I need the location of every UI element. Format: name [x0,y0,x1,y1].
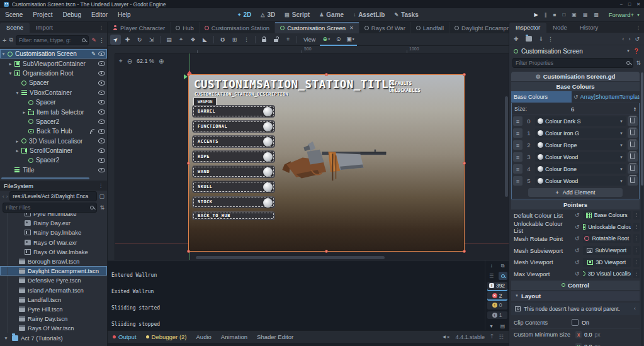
part-button-functional[interactable]: FUNCTIONAL [192,120,275,133]
drag-handle-icon[interactable]: ≡ [513,152,523,162]
pointer-options-icon[interactable]: ⋮ [633,234,640,243]
array-type-button[interactable]: Array[ShopItemTemplate] [580,94,640,100]
part-button-accents[interactable]: ACCENTS [192,135,275,148]
path-bar[interactable]: res://Levels/Act 2/Daylight Enca [9,191,97,201]
tree-node-spacer2c[interactable]: Spacer2 [0,155,107,165]
inspector-scrollbar[interactable] [641,72,643,346]
dock-options-icon[interactable]: ⋮ [96,25,107,33]
2d-viewport[interactable]: 500 1000 CUSTIONIMSATION_STATION_TITLE C… [108,46,509,260]
visibility-eye-icon[interactable] [98,158,105,163]
tree-node-scrollcontainer[interactable]: ScrollContainer [0,146,107,155]
signal-connection-icon[interactable] [89,128,96,134]
workspace-tasks[interactable]: ✎Tasks [394,11,418,18]
revert-icon[interactable]: ↺ [575,235,580,242]
visibility-eye-icon[interactable] [98,120,105,125]
expand-arrow-icon[interactable] [0,52,7,56]
file-filter-field[interactable] [6,204,88,211]
list-select-tool[interactable]: ▤ [164,35,174,45]
rotate-tool[interactable]: ↻ [134,35,145,45]
file-row[interactable]: Rainy Day.tscn [0,314,107,323]
scene-tree-options-icon[interactable]: ⋮ [99,37,105,43]
pin-panel-icon[interactable]: ▾ [487,322,496,330]
script-section-header[interactable]: ⚙ Customisation Screen.gd [511,72,640,81]
view-menu[interactable]: View [300,35,319,45]
part-button-skull[interactable]: SKULL [192,181,275,193]
visibility-eye-icon[interactable] [98,129,105,134]
category-base-colours[interactable]: Base Colours [511,82,640,91]
bottom-tab-animation[interactable]: Animation [221,333,247,340]
file-row[interactable]: Defensive Pyre.tscn [0,276,107,285]
file-row[interactable]: Rays Of War.exr [0,238,107,247]
expand-arrow-icon[interactable] [21,110,28,114]
visibility-eye-icon[interactable] [98,138,105,143]
copy-log-icon[interactable]: ⧉ [499,262,507,270]
drag-handle-icon[interactable]: ≡ [513,164,523,174]
pointer-options-icon[interactable]: ⋮ [633,211,640,220]
maximize-button[interactable]: □ [628,2,631,7]
script-icon[interactable]: ✎ [91,51,96,57]
array-size-value[interactable]: 6 [571,106,574,113]
file-row[interactable]: Pyre Hill.lmbake [0,213,107,218]
skeleton-options-menu[interactable]: ⌗ [283,35,293,45]
expand-arrow-icon[interactable] [14,91,21,95]
zoom-out-button[interactable]: ⊖ [127,58,132,65]
tree-scrollbar[interactable] [1,177,89,179]
resource-options-icon[interactable]: ⋮ [548,36,553,42]
property-filter-field[interactable] [516,60,624,66]
workspace-assetlib[interactable]: ↓AssetLib [353,11,385,18]
back-to-hub-button[interactable]: BACK_TO_HUB [192,211,275,220]
history-forward-icon[interactable]: › [628,36,630,42]
clip-contents-checkbox[interactable] [572,319,579,326]
tree-node-customisation-screen[interactable]: Customisation Screen ✎ [0,49,107,59]
revert-icon[interactable]: ↺ [573,94,579,100]
tab-inspector[interactable]: Inspector [509,23,546,33]
unlockables-button[interactable]: UNLOCKABLES [389,87,421,93]
node-path-button[interactable]: Unlockable Colour [583,223,631,232]
file-row[interactable]: Rainy Day.exr [0,218,107,228]
expand-arrow-icon[interactable] [3,336,9,340]
animation-mark-button[interactable]: ▣▼ [345,34,356,44]
expand-arrow-icon[interactable] [7,62,14,66]
save-log-icon[interactable]: ↓ [487,262,496,270]
array-element-row[interactable]: ≡ 2 Colour Rope▼ [512,139,639,151]
resize-handle[interactable] [187,162,190,165]
scene-tab-rays-of-war[interactable]: Rays Of War [359,22,411,33]
file-row[interactable]: Landfall.tscn [0,295,107,304]
sort-files-icon[interactable]: ⇅ [99,204,105,211]
visibility-eye-icon[interactable] [98,109,105,114]
node-selector-chevron-icon[interactable]: ▼ [626,49,630,53]
category-pointers[interactable]: Pointers [511,200,640,209]
visibility-eye-icon[interactable] [98,100,105,105]
resource-picker[interactable]: Colour Wood▼ [535,152,626,162]
tab-import[interactable]: Import [30,23,59,33]
scale-tool[interactable]: ⇲ [146,35,157,45]
open-docs-icon[interactable]: ❓ [633,48,640,54]
drag-handle-icon[interactable]: ≡ [513,116,523,126]
category-control[interactable]: Control [511,281,640,290]
colour-sphere[interactable] [263,122,273,131]
resize-handle[interactable] [325,73,328,76]
property-base-colours[interactable]: Base Colours ↺ Array[ShopItemTemplate] [511,91,640,103]
tree-node-item-tab-selector[interactable]: Item tab Selector [0,107,107,116]
pan-tool[interactable]: ❖ [188,35,198,45]
property-tools-icon[interactable]: ⇅ [636,60,641,66]
renderer-dropdown[interactable]: Forward+ ▼ [609,11,640,18]
defaults-button[interactable]: DEFAULTS [389,81,412,86]
pause-button[interactable]: ∥ [545,12,547,18]
min-size-x-field[interactable]: 0.0 [584,332,592,338]
colour-sphere[interactable] [263,107,273,116]
movie-maker-button[interactable]: ▩ [594,12,599,18]
bottom-tab-shader-editor[interactable]: Shader Editor [257,333,293,340]
bottom-tab-output[interactable]: Output [113,333,137,340]
messages-count-badge[interactable]: !392 [487,282,507,290]
expand-arrow-icon[interactable] [14,148,21,153]
collapse-duplicates-icon[interactable]: ☰ [487,272,496,280]
menu-scene[interactable]: Scene [5,11,23,18]
tree-node-3d-visual-localisor[interactable]: 3D Visual Localisor [0,137,107,146]
scene-filter-input[interactable] [16,35,89,45]
tree-node-spacer2[interactable]: Spacer [0,98,107,107]
part-button-rope[interactable]: ROPE [192,150,275,163]
play-custom-scene-button[interactable]: ▦ [583,12,588,18]
expand-panel-icon[interactable]: ▤ [499,322,507,330]
pivot-tool[interactable]: ⌖ [176,35,186,45]
